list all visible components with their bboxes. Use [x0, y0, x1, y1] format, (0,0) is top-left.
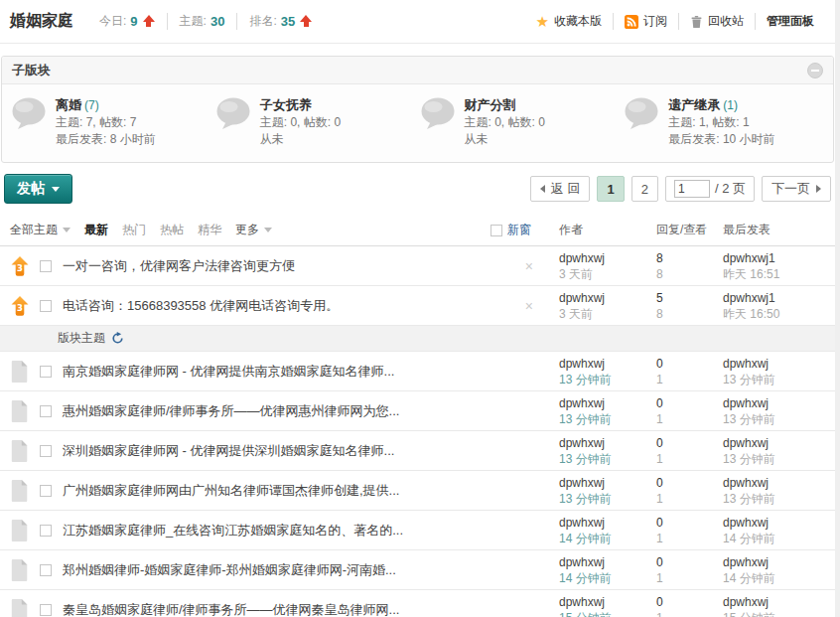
- stat-today-label: 今日:: [99, 13, 126, 30]
- back-button[interactable]: 返 回: [530, 176, 591, 202]
- thread-title[interactable]: 深圳婚姻家庭律师网 - 优律网提供深圳婚姻家庭知名律师...: [58, 442, 547, 460]
- thread-checkbox[interactable]: [40, 260, 52, 272]
- author-link[interactable]: dpwhxwj: [559, 290, 646, 306]
- author-link[interactable]: dpwhxwj: [559, 250, 646, 266]
- stat-topics-value: 30: [210, 14, 224, 29]
- arrow-left-icon: [540, 185, 545, 193]
- refresh-icon[interactable]: [111, 332, 124, 345]
- filter-all-topics[interactable]: 全部主题: [10, 222, 70, 238]
- subforum-item-lihun[interactable]: 离婚(7) 主题: 7, 帖数: 7 最后发表: 8 小时前: [10, 96, 214, 148]
- filter-more[interactable]: 更多: [235, 222, 272, 238]
- close-icon[interactable]: ×: [525, 298, 533, 314]
- thread-checkbox[interactable]: [40, 485, 52, 497]
- last-post-author-link[interactable]: dpwhxwj: [723, 356, 835, 372]
- thread-lastpost-cell: dpwhxwj 14 分钟前: [716, 553, 835, 586]
- chevron-down-icon: [52, 187, 60, 192]
- close-icon[interactable]: ×: [525, 258, 533, 274]
- page-2-button[interactable]: 2: [631, 176, 658, 202]
- pin-icon: 3: [0, 255, 40, 277]
- thread-checkbox[interactable]: [40, 405, 52, 417]
- recycle-bin-button[interactable]: 回收站: [678, 13, 755, 30]
- thread-row: 深圳婚姻家庭律师网 - 优律网提供深圳婚姻家庭知名律师... dpwhxwj 1…: [0, 431, 835, 471]
- thread-title[interactable]: 广州婚姻家庭律师网由广州知名律师谭国杰律师创建,提供...: [58, 482, 547, 500]
- author-link[interactable]: dpwhxwj: [559, 475, 646, 491]
- last-post-author-link[interactable]: dpwhxwj: [723, 554, 835, 570]
- thread-checkbox[interactable]: [40, 564, 52, 576]
- next-page-button[interactable]: 下一页: [762, 176, 831, 202]
- chevron-down-icon: [63, 228, 70, 232]
- last-post-author-link[interactable]: dpwhxwj1: [723, 250, 835, 266]
- filter-hot[interactable]: 热门: [122, 222, 146, 238]
- thread-checkbox[interactable]: [40, 366, 52, 378]
- subforum-item-yichanjicheng[interactable]: 遗产继承(1) 主题: 1, 帖数: 1 最后发表: 10 小时前: [623, 96, 827, 148]
- subforum-name[interactable]: 遗产继承: [668, 97, 720, 112]
- new-post-button[interactable]: 发帖: [4, 174, 72, 204]
- arrow-right-icon: [816, 185, 821, 193]
- recycle-bin-label: 回收站: [708, 13, 744, 30]
- author-link[interactable]: dpwhxwj: [559, 395, 646, 411]
- author-link[interactable]: dpwhxwj: [559, 515, 646, 531]
- document-icon: [0, 519, 40, 542]
- subforum-name[interactable]: 子女抚养: [260, 97, 312, 112]
- admin-panel-button[interactable]: 管理面板: [755, 13, 825, 30]
- subforum-name[interactable]: 财产分割: [465, 97, 516, 112]
- subforum-count: (1): [723, 98, 738, 112]
- thread-replies-cell: 0 1: [646, 553, 716, 586]
- thread-row: 南京婚姻家庭律师网 - 优律网提供南京婚姻家庭知名律师... dpwhxwj 1…: [0, 352, 835, 391]
- thread-author-cell: dpwhxwj 3 天前: [547, 289, 646, 322]
- thread-checkbox[interactable]: [40, 300, 52, 312]
- subforum-count: (7): [84, 98, 99, 112]
- thread-author-cell: dpwhxwj 3 天前: [547, 249, 646, 282]
- page-1-button[interactable]: 1: [597, 176, 624, 202]
- pin-icon: 3: [0, 295, 40, 317]
- subforum-item-caichanfenge[interactable]: 财产分割 主题: 0, 帖数: 0 从未: [419, 96, 624, 148]
- last-post-author-link[interactable]: dpwhxwj: [723, 515, 835, 531]
- next-page-label: 下一页: [771, 180, 810, 198]
- section-label: 版块主题: [58, 330, 105, 347]
- thread-lastpost-cell: dpwhxwj1 昨天 16:50: [716, 289, 835, 322]
- thread-row: 江苏婚姻家庭律师_在线咨询江苏婚姻家庭知名的、著名的... dpwhxwj 14…: [0, 511, 835, 550]
- author-link[interactable]: dpwhxwj: [559, 435, 646, 451]
- admin-panel-label: 管理面板: [767, 13, 814, 30]
- thread-title[interactable]: 郑州婚姻律师-婚姻家庭律师-郑州婚姻家庭律师网-河南婚...: [58, 561, 547, 579]
- last-post-author-link[interactable]: dpwhxwj: [723, 395, 835, 411]
- thread-title[interactable]: 秦皇岛婚姻家庭律师/律师事务所——优律网秦皇岛律师网...: [58, 601, 547, 617]
- last-post-author-link[interactable]: dpwhxwj1: [723, 290, 835, 306]
- collapse-panel-button[interactable]: [807, 63, 823, 78]
- subforum-name[interactable]: 离婚: [56, 97, 81, 112]
- thread-replies-cell: 0 1: [646, 593, 716, 617]
- last-post-author-link[interactable]: dpwhxwj: [723, 475, 835, 491]
- up-arrow-icon: [143, 15, 155, 28]
- subscribe-button[interactable]: 订阅: [613, 13, 678, 30]
- subforum-item-zinvfuyang[interactable]: 子女抚养 主题: 0, 帖数: 0 从未: [214, 96, 419, 148]
- document-icon: [0, 479, 40, 503]
- thread-title[interactable]: 南京婚姻家庭律师网 - 优律网提供南京婚姻家庭知名律师...: [58, 363, 547, 381]
- thread-checkbox[interactable]: [40, 604, 52, 616]
- trash-icon: [690, 15, 703, 29]
- thread-title[interactable]: 江苏婚姻家庭律师_在线咨询江苏婚姻家庭知名的、著名的...: [58, 522, 547, 540]
- filter-digest[interactable]: 精华: [198, 222, 221, 238]
- reply-count: 0: [656, 435, 716, 451]
- filter-hot-posts[interactable]: 热帖: [160, 222, 184, 238]
- author-link[interactable]: dpwhxwj: [559, 356, 646, 372]
- last-post-author-link[interactable]: dpwhxwj: [723, 594, 835, 610]
- thread-title[interactable]: 一对一咨询，优律网客户法律咨询更方便 ×: [58, 257, 547, 275]
- author-link[interactable]: dpwhxwj: [559, 554, 646, 570]
- subforum-lastpost: 从未: [465, 131, 545, 148]
- reply-count: 0: [656, 515, 716, 531]
- filter-latest[interactable]: 最新: [84, 222, 108, 238]
- last-post-author-link[interactable]: dpwhxwj: [723, 435, 835, 451]
- comment-bubble-icon: [419, 96, 459, 132]
- new-window-toggle[interactable]: 新窗: [490, 222, 537, 238]
- favorite-board-button[interactable]: ★ 收藏本版: [525, 13, 613, 30]
- thread-checkbox[interactable]: [40, 445, 52, 457]
- thread-title[interactable]: 电话咨询：15668393558 优律网电话咨询专用。 ×: [58, 297, 547, 315]
- thread-checkbox[interactable]: [40, 525, 52, 537]
- forum-page: 婚姻家庭 今日: 9 主题: 30 排名: 35 ★ 收藏本版: [0, 0, 835, 617]
- new-window-checkbox[interactable]: [490, 225, 502, 236]
- thread-replies-cell: 0 1: [646, 434, 716, 467]
- page-jump-input[interactable]: [674, 180, 710, 198]
- author-link[interactable]: dpwhxwj: [559, 594, 646, 610]
- stat-today-value: 9: [130, 14, 137, 29]
- thread-title[interactable]: 惠州婚姻家庭律师/律师事务所——优律网惠州律师网为您...: [58, 402, 547, 420]
